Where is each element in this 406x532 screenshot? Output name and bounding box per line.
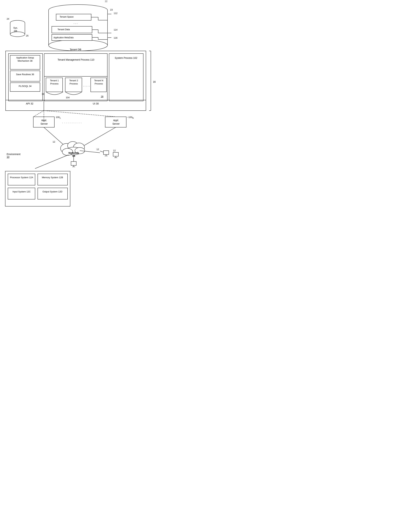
ui-text: UI 30	[46, 102, 146, 105]
network-label: Network 14	[65, 151, 82, 157]
svg-point-51	[73, 143, 85, 152]
ref-116: 116	[114, 37, 117, 39]
svg-point-0	[49, 5, 108, 16]
svg-line-47	[44, 127, 67, 148]
tenant-data-label: Tenant Data	[58, 28, 70, 31]
tenant-dots: . . . . .	[83, 84, 90, 87]
svg-rect-73	[38, 174, 67, 185]
svg-line-45	[33, 111, 44, 117]
svg-rect-63	[103, 151, 109, 155]
ref-23: 23	[110, 8, 113, 11]
ref-12-top: 12	[53, 141, 55, 143]
processor-text: Processor System 12A	[9, 176, 35, 179]
svg-line-58	[100, 151, 105, 153]
system-process-text: System Process 102	[110, 56, 142, 60]
appl-server1-text: Appl. Server	[34, 119, 54, 126]
svg-line-57	[80, 151, 100, 153]
ref-22: 22	[105, 0, 107, 3]
save-routines-text: Save Routines 36	[11, 73, 39, 76]
ref-25: 25	[26, 34, 29, 37]
ref-112: 112	[114, 12, 117, 15]
plsoql-text: PL/SOQL 34	[11, 85, 39, 88]
tenant-mgmt-text: Tenant Management Process 110	[45, 58, 107, 62]
ref-16: 16	[153, 80, 156, 83]
tenant2-text: Tenant 2 Process	[66, 79, 81, 85]
svg-rect-1	[49, 10, 108, 45]
ref-24: 24	[7, 18, 9, 20]
tenant-space-label: Tenant Space	[60, 15, 74, 18]
tenant-db-dots: · · ·	[74, 22, 78, 25]
ref-28: 28	[101, 95, 103, 98]
svg-rect-74	[8, 188, 35, 199]
app-metadata-label: Application MetaData	[53, 36, 73, 39]
ref-100n: −100N	[127, 116, 134, 119]
svg-rect-67	[113, 152, 118, 156]
tenant-db-label: Tenant DB	[70, 48, 81, 51]
environment-label: Environment 10	[7, 153, 21, 158]
ref-1001: 1001	[56, 116, 61, 119]
server-dots: . . . . . . . . . .	[62, 121, 82, 124]
svg-point-23	[10, 20, 25, 25]
ref-12-right1: 12	[96, 148, 99, 151]
svg-rect-59	[71, 162, 76, 165]
sys-db-text: Sys. DB	[13, 26, 18, 33]
svg-line-46	[44, 111, 116, 117]
ref-18: 18	[42, 93, 44, 95]
ref-12-right2: 12	[113, 149, 116, 152]
tenant1-text: Tenant 1 Process	[46, 79, 62, 85]
ref-114: 114	[114, 29, 117, 31]
tenantn-text: Tenant N Process	[91, 79, 107, 85]
ref-104: 104	[66, 96, 70, 99]
svg-rect-72	[8, 174, 35, 185]
api-text: API 32	[11, 102, 49, 105]
svg-line-48	[81, 127, 116, 148]
svg-rect-38	[109, 53, 143, 101]
svg-line-56	[35, 155, 68, 169]
memory-text: Memory System 12B	[38, 176, 67, 179]
input-text: Input System 12C	[9, 190, 35, 193]
output-text: Output System 12D	[38, 190, 67, 193]
app-setup-text: Application Setup Mechanism 38	[11, 56, 39, 62]
svg-point-50	[67, 142, 78, 150]
appl-server2-text: Appl. Server	[106, 119, 126, 126]
svg-rect-75	[38, 188, 67, 199]
svg-rect-34	[44, 53, 107, 76]
